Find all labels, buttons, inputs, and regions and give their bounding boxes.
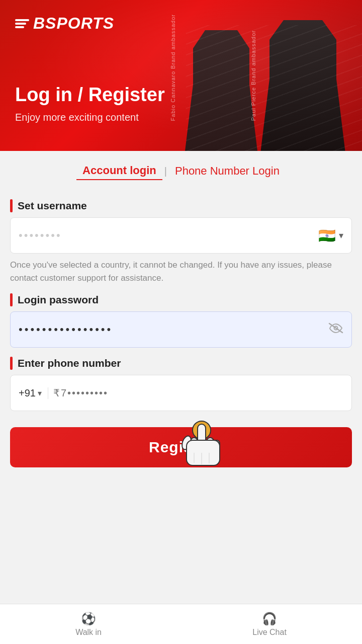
- bottom-nav-walk-in[interactable]: ⚽ Walk in: [75, 612, 102, 637]
- tab-account-login[interactable]: Account login: [76, 162, 162, 180]
- username-section-label: Set username: [10, 199, 352, 212]
- tab-phone-login[interactable]: Phone Number Login: [169, 163, 286, 180]
- walk-in-label: Walk in: [75, 628, 102, 637]
- logo-text: BSPORTS: [33, 14, 114, 33]
- flag-icon: 🇮🇳: [318, 227, 336, 244]
- logo-icon: [15, 19, 29, 28]
- username-input-wrapper: 🇮🇳 ▾: [10, 217, 352, 254]
- login-tabs: Account login | Phone Number Login: [10, 151, 352, 190]
- bottom-nav-live-chat[interactable]: 🎧 Live Chat: [252, 612, 287, 637]
- tab-divider: |: [162, 166, 169, 177]
- live-chat-icon: 🎧: [262, 612, 277, 626]
- main-content: Account login | Phone Number Login Set u…: [0, 151, 362, 528]
- soccer-ball-icon: ⚽: [81, 612, 96, 626]
- country-selector[interactable]: 🇮🇳 ▾: [318, 227, 343, 244]
- password-input-wrapper: [10, 311, 352, 348]
- hero-title: Log in / Register: [15, 84, 165, 106]
- eye-toggle-icon[interactable]: [328, 323, 343, 337]
- bottom-nav: ⚽ Walk in 🎧 Live Chat: [0, 604, 362, 644]
- password-section-label: Login password: [10, 293, 352, 306]
- phone-section-label: Enter phone number: [10, 357, 352, 370]
- phone-dial-code: +91: [19, 387, 36, 399]
- phone-input-wrapper: +91 ▾: [10, 375, 352, 411]
- figure-left: [181, 30, 261, 151]
- phone-chevron-icon: ▾: [38, 388, 42, 398]
- register-button-container: Register: [10, 411, 352, 467]
- live-chat-label: Live Chat: [252, 628, 287, 637]
- phone-country-selector[interactable]: +91 ▾: [19, 387, 48, 399]
- chevron-down-icon: ▾: [339, 230, 343, 241]
- figure-right: [259, 20, 347, 151]
- logo: BSPORTS: [15, 14, 114, 33]
- hero-subtitle: Enjoy more exciting content: [15, 112, 139, 123]
- banner-side-text-right: Paul Pierce Brand ambassador: [250, 30, 256, 121]
- country-hint: Once you've selected a country, it canno…: [10, 259, 352, 284]
- username-input[interactable]: [19, 229, 318, 242]
- hero-banner: BSPORTS Fabio Cannavaro Brand ambassador…: [0, 0, 362, 151]
- phone-number-input[interactable]: [53, 387, 343, 399]
- register-button[interactable]: Register: [10, 427, 352, 467]
- password-input[interactable]: [19, 323, 328, 336]
- banner-side-text-left: Fabio Cannavaro Brand ambassador: [170, 14, 176, 121]
